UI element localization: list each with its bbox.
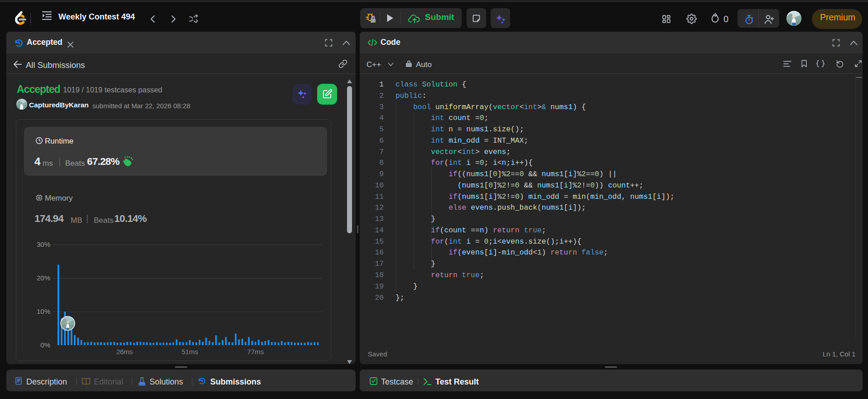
svg-text:51ms: 51ms — [182, 348, 198, 356]
svg-text:0%: 0% — [40, 341, 50, 349]
svg-text:30%: 30% — [37, 240, 50, 248]
svg-text:77ms: 77ms — [247, 348, 264, 356]
svg-text:10%: 10% — [37, 308, 50, 315]
svg-text:26ms: 26ms — [116, 348, 133, 356]
svg-text:20%: 20% — [37, 274, 50, 282]
